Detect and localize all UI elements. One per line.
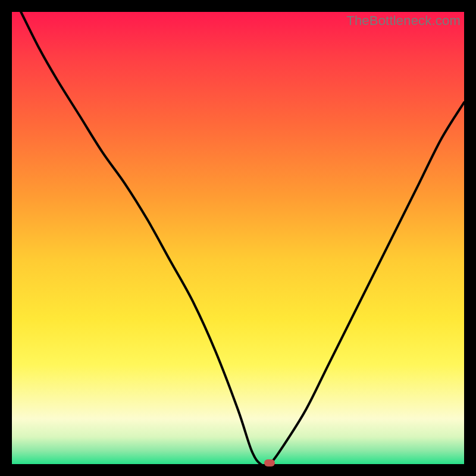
- chart-frame: TheBottleneck.com: [12, 12, 464, 464]
- optimum-marker: [264, 459, 275, 466]
- bottleneck-curve: [12, 12, 464, 464]
- curve-path: [21, 12, 464, 464]
